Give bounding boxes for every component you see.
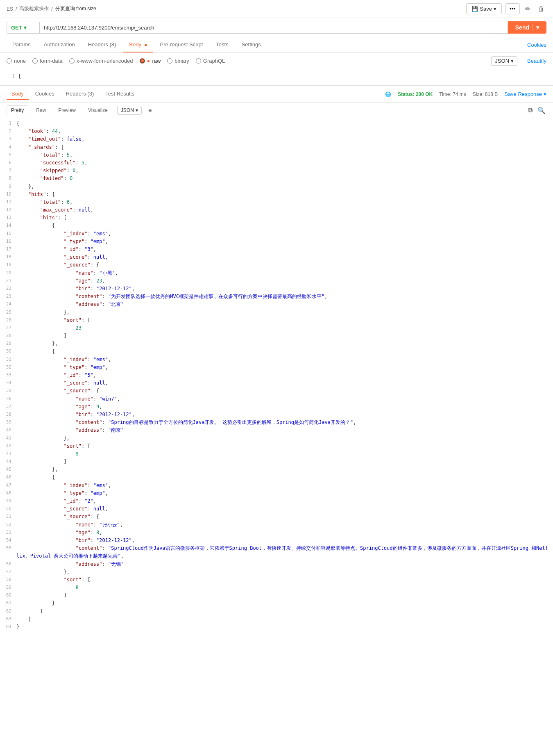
line-number: 24 (3, 301, 16, 308)
line-content: "name": "win7", (16, 395, 550, 403)
json-line: 62 ] (0, 608, 553, 615)
json-line: 17 "_id": "3", (0, 246, 553, 253)
json-line: 48 "_type": "emp", (0, 490, 553, 497)
line-number: 6 (3, 159, 16, 167)
line-number: 46 (3, 474, 16, 481)
beautify-button[interactable]: Beautify (527, 58, 546, 64)
resp-visualize-button[interactable]: Visualize (84, 105, 112, 115)
json-line: 26 "sort": [ (0, 317, 553, 324)
tab-headers[interactable]: Headers (8) (82, 37, 122, 52)
more-button[interactable]: ••• (505, 3, 520, 14)
delete-button[interactable]: 🗑 (536, 3, 546, 15)
json-line: 41 }, (0, 435, 553, 442)
resp-tab-body[interactable]: Body (7, 88, 29, 100)
line-content: "content": "SpringCloud作为Java语言的微服务框架，它依… (16, 544, 550, 560)
resp-raw-button[interactable]: Raw (32, 105, 50, 115)
line-number: 10 (3, 191, 16, 198)
line-number: 36 (3, 395, 16, 403)
response-size: Size: 818 B (473, 91, 498, 97)
resp-tab-headers[interactable]: Headers (3) (61, 88, 99, 100)
line-content: "name": "张小云", (16, 521, 550, 529)
json-format-select[interactable]: JSON ▾ (491, 56, 517, 66)
format-urlencoded[interactable]: x-www-form-urlencoded (69, 58, 133, 64)
line-number: 8 (3, 175, 16, 182)
response-status: 🌐 Status: 200 OK Time: 74 ms Size: 818 B… (385, 91, 546, 97)
tab-tests[interactable]: Tests (210, 37, 234, 52)
breadcrumb-parent[interactable]: 高级检索操作 (19, 5, 49, 12)
line-number: 39 (3, 419, 16, 426)
line-content: 23 (16, 324, 550, 332)
line-content: 9 (16, 450, 550, 458)
url-input[interactable] (39, 22, 508, 34)
line-number: 34 (3, 379, 16, 387)
line-content: ] (16, 608, 550, 615)
json-line: 1{ (0, 120, 553, 128)
save-response-button[interactable]: Save Response ▾ (504, 91, 546, 97)
format-form-data[interactable]: form-data (32, 58, 63, 64)
top-bar: ES / 高级检索操作 / 分页查询 from size 💾 Save ▾ ••… (0, 0, 553, 18)
line-content: "bir": "2012-12-12", (16, 537, 550, 544)
edit-button[interactable]: ✏ (523, 3, 533, 15)
save-button[interactable]: 💾 Save ▾ (466, 3, 502, 14)
line-number: 12 (3, 206, 16, 214)
format-raw[interactable]: ● raw (140, 58, 161, 64)
line-content: "skipped": 0, (16, 167, 550, 175)
json-line: 52 "name": "张小云", (0, 521, 553, 529)
save-resp-arrow-icon: ▾ (544, 91, 546, 97)
line-content: "age": 23, (16, 277, 550, 285)
json-line: 16 "_type": "emp", (0, 238, 553, 246)
line-number: 14 (3, 222, 16, 230)
line-number: 48 (3, 490, 16, 497)
line-content: 8 (16, 584, 550, 592)
resp-preview-button[interactable]: Preview (54, 105, 80, 115)
line-content: { (16, 120, 550, 128)
resp-filter-icon[interactable]: ≡ (148, 107, 152, 114)
json-line: 43 9 (0, 450, 553, 458)
line-number: 16 (3, 238, 16, 246)
line-number: 17 (3, 246, 16, 253)
line-content: ] (16, 332, 550, 340)
format-none[interactable]: none (7, 58, 26, 64)
line-content: "sort": [ (16, 317, 550, 324)
json-line: 31 "_index": "ems", (0, 356, 553, 364)
json-line: 32 "_type": "emp", (0, 364, 553, 371)
line-content: "age": 9, (16, 403, 550, 411)
json-line: 5 "total": 5, (0, 151, 553, 159)
json-line: 51 "_source": { (0, 513, 553, 521)
resp-search-button[interactable]: 🔍 (537, 106, 546, 115)
resp-tab-cookies[interactable]: Cookies (30, 88, 59, 100)
tab-pre-request[interactable]: Pre-request Script (154, 37, 209, 52)
format-binary[interactable]: binary (167, 58, 189, 64)
tab-params[interactable]: Params (7, 37, 36, 52)
resp-pretty-button[interactable]: Pretty (7, 105, 28, 115)
save-arrow-icon: ▾ (494, 6, 496, 12)
cookies-link[interactable]: Cookies (527, 42, 546, 48)
resp-tab-test-results[interactable]: Test Results (100, 88, 139, 100)
line-content: ] (16, 592, 550, 599)
format-graphql[interactable]: GraphQL (196, 58, 225, 64)
json-line: 56 "address": "无锡" (0, 560, 553, 568)
resp-json-select[interactable]: JSON ▾ (117, 106, 142, 115)
json-line: 61 } (0, 599, 553, 607)
breadcrumb-sep1: / (16, 6, 17, 12)
line-content: "failed": 0 (16, 175, 550, 182)
line-content: "_type": "emp", (16, 238, 550, 246)
tab-body[interactable]: Body (123, 37, 152, 52)
json-line: 30 { (0, 348, 553, 355)
breadcrumb-root[interactable]: ES (7, 6, 13, 12)
request-editor[interactable]: 1 { (0, 69, 553, 86)
tab-authorization[interactable]: Authorization (38, 37, 81, 52)
json-line: 6 "successful": 5, (0, 159, 553, 167)
line-content: "_score": null, (16, 505, 550, 513)
line-number: 35 (3, 387, 16, 395)
send-button[interactable]: Send ▾ (508, 21, 546, 34)
resp-copy-button[interactable]: ⧉ (527, 106, 533, 115)
line-number: 18 (3, 253, 16, 261)
line-content: "age": 8, (16, 529, 550, 537)
line-content: "_index": "ems", (16, 356, 550, 364)
method-select[interactable]: GET ▾ (7, 22, 39, 34)
line-content: }, (16, 466, 550, 474)
json-line: 40 "address": "南京" (0, 426, 553, 434)
tab-settings[interactable]: Settings (236, 37, 267, 52)
line-content: "total": 6, (16, 198, 550, 206)
